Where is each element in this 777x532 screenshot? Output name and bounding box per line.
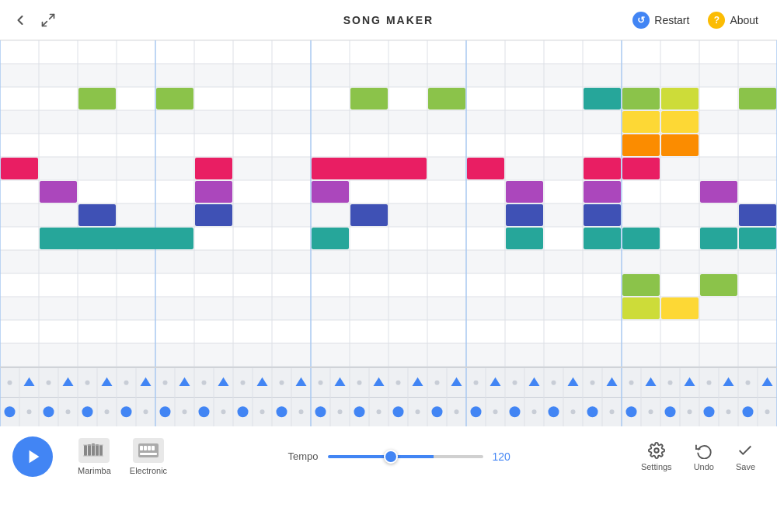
restart-icon: ↺ [632,12,650,29]
tempo-section: Tempo 120 [186,450,619,463]
about-icon: ? [708,12,725,29]
save-label: Save [736,462,755,471]
percussion-area[interactable] [0,367,777,425]
tempo-value: 120 [493,450,517,463]
about-button[interactable]: ? About [702,9,765,32]
settings-button[interactable]: Settings [632,437,681,476]
svg-rect-6 [96,444,99,456]
note-grid[interactable] [0,40,777,367]
svg-rect-7 [99,445,103,456]
app-title: SONG MAKER [343,14,434,26]
svg-rect-4 [88,444,91,456]
svg-rect-13 [148,446,151,450]
play-button[interactable] [12,436,53,477]
header: SONG MAKER ↺ Restart ? About [0,0,777,40]
fullscreen-button[interactable] [40,12,56,28]
back-button[interactable] [12,12,28,28]
marimba-button[interactable]: Marimba [71,435,117,478]
toolbar-actions: Settings Undo Save [632,437,765,476]
marimba-icon [78,438,110,463]
svg-line-1 [43,21,47,26]
header-right: ↺ Restart ? About [626,9,765,32]
svg-line-0 [50,14,54,19]
svg-rect-11 [140,446,143,450]
toolbar: Marimba Electronic Tempo 120 [0,425,777,487]
undo-button[interactable]: Undo [685,437,723,476]
electronic-label: Electronic [130,466,167,475]
electronic-button[interactable]: Electronic [124,435,173,478]
marimba-label: Marimba [78,466,111,475]
restart-button[interactable]: ↺ Restart [626,9,695,32]
svg-rect-14 [152,446,155,450]
instrument-group: Marimba Electronic [71,435,173,478]
save-button[interactable]: Save [726,437,765,476]
undo-label: Undo [694,462,714,471]
tempo-slider[interactable] [328,455,483,458]
header-left [12,12,56,28]
electronic-icon [133,438,164,463]
svg-marker-2 [29,450,39,463]
svg-rect-15 [140,453,157,455]
settings-label: Settings [641,462,672,471]
svg-point-16 [654,448,659,453]
svg-rect-12 [144,446,147,450]
svg-rect-3 [84,445,87,456]
tempo-label: Tempo [287,450,318,462]
